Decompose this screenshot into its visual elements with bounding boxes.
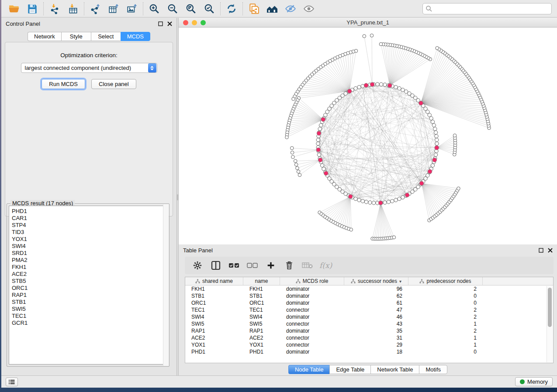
tab-select[interactable]: Select bbox=[91, 32, 121, 41]
mcds-result-item[interactable]: SWI4 bbox=[12, 243, 167, 250]
first-neighbors-icon[interactable] bbox=[263, 2, 281, 16]
table-row[interactable]: SWI4 SWI4 dominator 46 2 bbox=[185, 313, 553, 320]
task-history-button[interactable] bbox=[6, 378, 18, 386]
network-canvas[interactable] bbox=[179, 28, 557, 244]
export-image-icon[interactable] bbox=[123, 2, 141, 16]
select-all-icon[interactable] bbox=[226, 259, 242, 272]
memory-button[interactable]: Memory bbox=[515, 377, 553, 386]
show-all-icon[interactable] bbox=[300, 2, 318, 16]
refresh-icon[interactable] bbox=[222, 2, 241, 16]
mcds-result-item[interactable]: STB5 bbox=[12, 278, 167, 285]
zoom-selected-icon[interactable] bbox=[200, 2, 218, 16]
table-row[interactable]: RAP1 RAP1 dominator 35 2 bbox=[185, 327, 553, 334]
tab-edge-table[interactable]: Edge Table bbox=[329, 365, 370, 374]
hide-selected-icon[interactable] bbox=[281, 2, 300, 16]
cell-predecessor-nodes: 0 bbox=[408, 293, 483, 299]
table-row[interactable]: SWI5 SWI5 connector 43 1 bbox=[185, 320, 553, 327]
mcds-result-item[interactable]: FKH1 bbox=[12, 264, 167, 271]
column-header-successor-nodes[interactable]: successor nodes ▾ bbox=[344, 277, 408, 285]
mcds-result-item[interactable]: SRD1 bbox=[12, 250, 167, 257]
table-panel: Table Panel bbox=[179, 244, 557, 375]
save-session-icon[interactable] bbox=[23, 2, 42, 16]
run-mcds-button[interactable]: Run MCDS bbox=[42, 79, 85, 89]
network-node bbox=[320, 164, 324, 167]
tab-node-table[interactable]: Node Table bbox=[288, 365, 330, 374]
export-table-icon[interactable] bbox=[104, 2, 123, 16]
cell-shared-name: ACE2 bbox=[185, 335, 243, 341]
sort-descending-icon[interactable]: ▾ bbox=[399, 279, 401, 284]
mcds-result-item[interactable]: STB1 bbox=[12, 299, 167, 306]
mcds-result-item[interactable]: PMA2 bbox=[12, 257, 167, 264]
copy-network-icon[interactable] bbox=[245, 2, 263, 16]
gear-icon[interactable] bbox=[189, 259, 206, 272]
zoom-out-icon[interactable] bbox=[163, 2, 182, 16]
mcds-result-list[interactable]: PHD1CAR1STP4TID3YOX1SWI4SRD1PMA2FKH1ACE2… bbox=[9, 206, 167, 364]
table-row[interactable]: STB1 STB1 dominator 62 0 bbox=[185, 292, 553, 299]
close-panel-icon[interactable] bbox=[548, 248, 553, 253]
mcds-result-item[interactable]: STP4 bbox=[12, 222, 167, 229]
network-graph[interactable] bbox=[179, 28, 557, 244]
mcds-result-item[interactable]: YOX1 bbox=[12, 236, 167, 243]
close-panel-icon[interactable] bbox=[167, 21, 172, 26]
node-table-body[interactable]: FKH1 FKH1 dominator 96 2 STB1 STB1 domin… bbox=[185, 285, 553, 355]
float-panel-icon[interactable] bbox=[539, 248, 543, 253]
tab-mcds[interactable]: MCDS bbox=[121, 32, 150, 41]
mcds-result-item[interactable]: ORC1 bbox=[12, 285, 167, 292]
splitter-grip[interactable] bbox=[177, 194, 178, 200]
search-input[interactable] bbox=[422, 3, 552, 14]
result-list-scrollbar[interactable] bbox=[163, 204, 169, 366]
import-table-icon[interactable] bbox=[64, 2, 82, 16]
table-scrollbar[interactable] bbox=[547, 286, 553, 362]
network-node bbox=[392, 236, 396, 239]
mcds-result-item[interactable]: RAP1 bbox=[12, 292, 167, 299]
import-network-icon[interactable] bbox=[45, 2, 64, 16]
float-panel-icon[interactable] bbox=[158, 21, 163, 26]
tab-network[interactable]: Network bbox=[28, 32, 61, 41]
tab-network-table[interactable]: Network Table bbox=[370, 365, 419, 374]
table-row[interactable]: PHD1 PHD1 dominator 18 0 bbox=[185, 348, 553, 355]
network-node bbox=[318, 127, 322, 131]
network-node bbox=[291, 151, 294, 155]
network-node bbox=[324, 113, 327, 117]
close-panel-button[interactable]: Close panel bbox=[91, 79, 136, 89]
mcds-result-item[interactable]: GCR1 bbox=[12, 320, 167, 327]
column-header-predecessor-nodes[interactable]: predecessor nodes bbox=[408, 277, 483, 285]
network-node bbox=[434, 153, 437, 156]
mcds-result-item[interactable]: CAR1 bbox=[12, 215, 167, 222]
tab-motifs[interactable]: Motifs bbox=[419, 365, 447, 374]
cell-predecessor-nodes: 1 bbox=[408, 335, 483, 341]
attribute-tree-icon bbox=[351, 279, 356, 284]
columns-icon[interactable] bbox=[208, 259, 224, 272]
table-row[interactable]: ORC1 ORC1 dominator 61 0 bbox=[185, 299, 553, 306]
table-panel-tabs: Node Table Edge Table Network Table Moti… bbox=[179, 365, 557, 374]
table-row[interactable]: ACE2 ACE2 connector 31 1 bbox=[185, 334, 553, 341]
mcds-result-item[interactable]: ACE2 bbox=[12, 271, 167, 278]
delete-icon[interactable] bbox=[281, 259, 298, 272]
mcds-result-item[interactable]: TID3 bbox=[12, 229, 167, 236]
node-table[interactable]: shared name name MCDS role successor nod… bbox=[185, 277, 554, 363]
tab-style[interactable]: Style bbox=[61, 32, 91, 41]
network-node bbox=[394, 198, 398, 202]
cell-shared-name: FKH1 bbox=[185, 286, 243, 292]
cell-mcds-role: connector bbox=[280, 335, 344, 341]
table-row[interactable]: TEC1 TEC1 connector 47 2 bbox=[185, 306, 553, 313]
network-node bbox=[316, 142, 320, 145]
mcds-result-item[interactable]: SWI5 bbox=[12, 306, 167, 313]
table-row[interactable]: FKH1 FKH1 dominator 96 2 bbox=[185, 285, 553, 292]
column-header-shared-name[interactable]: shared name bbox=[185, 277, 243, 285]
criterion-select[interactable]: largest connected component (undirected) bbox=[21, 63, 157, 73]
column-header-name[interactable]: name bbox=[243, 277, 280, 285]
mcds-result-item[interactable]: PHD1 bbox=[12, 208, 167, 215]
network-node bbox=[433, 127, 437, 131]
mcds-result-item[interactable]: TEC1 bbox=[12, 313, 167, 320]
cell-name: ORC1 bbox=[243, 300, 280, 306]
zoom-in-icon[interactable] bbox=[145, 2, 163, 16]
export-network-icon[interactable] bbox=[86, 2, 104, 16]
table-scrollbar-thumb[interactable] bbox=[548, 288, 552, 327]
open-session-icon[interactable] bbox=[5, 2, 23, 16]
deselect-all-icon[interactable] bbox=[244, 259, 261, 272]
zoom-fit-icon[interactable] bbox=[182, 2, 200, 16]
table-row[interactable]: YOX1 YOX1 connector 29 1 bbox=[185, 341, 553, 348]
add-icon[interactable] bbox=[263, 259, 279, 272]
column-header-mcds-role[interactable]: MCDS role bbox=[280, 277, 344, 285]
